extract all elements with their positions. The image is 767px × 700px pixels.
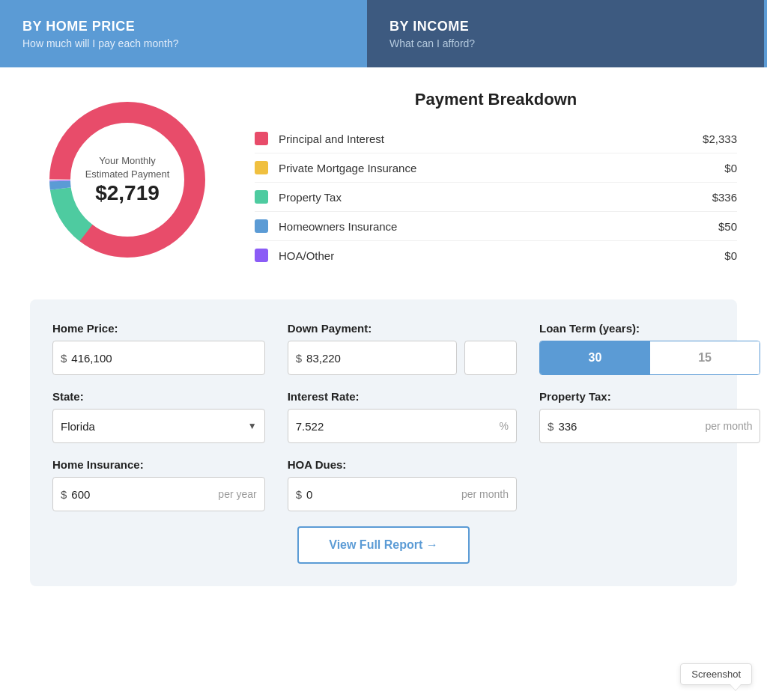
breakdown-value-principal: $2,333 bbox=[703, 133, 737, 145]
home-insurance-input-wrapper: $ per year bbox=[52, 477, 265, 511]
down-payment-group: Down Payment: $ % bbox=[288, 322, 517, 375]
form-section: Home Price: $ Down Payment: $ % bbox=[30, 299, 737, 586]
form-grid: Home Price: $ Down Payment: $ % bbox=[52, 322, 715, 511]
hoa-dues-label: HOA Dues: bbox=[288, 458, 517, 471]
interest-rate-suffix: % bbox=[500, 420, 509, 432]
home-price-group: Home Price: $ bbox=[52, 322, 265, 375]
loan-term-group: Loan Term (years): 30 15 bbox=[539, 322, 760, 375]
down-payment-input-wrapper: $ bbox=[288, 341, 457, 375]
breakdown-name-principal: Principal and Interest bbox=[279, 133, 703, 145]
hoa-dues-input[interactable] bbox=[306, 488, 457, 501]
breakdown-row-insurance: Homeowners Insurance $50 bbox=[255, 212, 737, 241]
hoa-dues-group: HOA Dues: $ per month bbox=[288, 458, 517, 511]
breakdown-section: Your Monthly Estimated Payment $2,719 Pa… bbox=[30, 90, 737, 270]
interest-rate-group: Interest Rate: % bbox=[288, 390, 517, 443]
legend-dot-principal bbox=[255, 132, 268, 145]
breakdown-row-hoa: HOA/Other $0 bbox=[255, 241, 737, 270]
interest-rate-input-wrapper: % bbox=[288, 409, 517, 443]
donut-center: Your Monthly Estimated Payment $2,719 bbox=[85, 154, 170, 205]
state-group: State: Florida California Texas New York… bbox=[52, 390, 265, 443]
home-insurance-label: Home Insurance: bbox=[52, 458, 265, 471]
loan-term-15-button[interactable]: 15 bbox=[650, 341, 760, 374]
property-tax-group: Property Tax: $ per month bbox=[539, 390, 760, 443]
loan-term-label: Loan Term (years): bbox=[539, 322, 760, 335]
property-tax-suffix: per month bbox=[705, 420, 752, 432]
interest-rate-label: Interest Rate: bbox=[288, 390, 517, 403]
state-select-wrapper: Florida California Texas New York ▼ bbox=[52, 409, 265, 443]
breakdown-details: Payment Breakdown Principal and Interest… bbox=[255, 90, 737, 270]
property-tax-label: Property Tax: bbox=[539, 390, 760, 403]
breakdown-value-tax: $336 bbox=[712, 191, 737, 204]
state-label: State: bbox=[52, 390, 265, 403]
donut-chart-container: Your Monthly Estimated Payment $2,719 bbox=[30, 90, 225, 270]
property-tax-input[interactable] bbox=[558, 420, 700, 433]
down-payment-pct-wrapper: % bbox=[464, 341, 517, 375]
home-insurance-group: Home Insurance: $ per year bbox=[52, 458, 265, 511]
legend-dot-hoa bbox=[255, 249, 268, 262]
hoa-dues-suffix: per month bbox=[461, 488, 509, 500]
down-payment-input[interactable] bbox=[306, 352, 449, 365]
hoa-dues-input-wrapper: $ per month bbox=[288, 477, 517, 511]
loan-term-30-button[interactable]: 30 bbox=[540, 341, 650, 374]
state-select-arrow: ▼ bbox=[248, 421, 257, 431]
home-price-label: Home Price: bbox=[52, 322, 265, 335]
breakdown-name-insurance: Homeowners Insurance bbox=[279, 220, 718, 233]
tab-by-income[interactable]: BY INCOME What can I afford? bbox=[367, 0, 767, 67]
breakdown-title: Payment Breakdown bbox=[255, 90, 737, 109]
breakdown-value-hoa: $0 bbox=[724, 249, 737, 262]
state-select[interactable]: Florida California Texas New York bbox=[61, 420, 248, 433]
home-price-input-wrapper: $ bbox=[52, 341, 265, 375]
legend-dot-insurance bbox=[255, 219, 268, 233]
tab-by-income-subtitle: What can I afford? bbox=[389, 37, 742, 49]
breakdown-name-hoa: HOA/Other bbox=[279, 249, 724, 262]
home-insurance-input[interactable] bbox=[71, 488, 213, 501]
screenshot-badge[interactable]: Screenshot bbox=[680, 663, 752, 685]
home-insurance-prefix: $ bbox=[61, 488, 67, 501]
legend-dot-tax bbox=[255, 190, 268, 204]
header-tabs: BY HOME PRICE How much will I pay each m… bbox=[0, 0, 767, 67]
breakdown-row-pmi: Private Mortgage Insurance $0 bbox=[255, 153, 737, 183]
tab-by-home-price[interactable]: BY HOME PRICE How much will I pay each m… bbox=[0, 0, 367, 67]
breakdown-row-principal: Principal and Interest $2,333 bbox=[255, 124, 737, 153]
tab-by-home-title: BY HOME PRICE bbox=[22, 19, 345, 34]
hoa-dues-prefix: $ bbox=[296, 488, 302, 501]
breakdown-name-pmi: Private Mortgage Insurance bbox=[279, 162, 724, 174]
property-tax-prefix: $ bbox=[548, 420, 554, 433]
donut-amount: $2,719 bbox=[85, 181, 170, 205]
breakdown-row-tax: Property Tax $336 bbox=[255, 183, 737, 212]
interest-rate-input[interactable] bbox=[296, 420, 495, 433]
view-full-report-button[interactable]: View Full Report → bbox=[297, 526, 470, 564]
home-price-prefix: $ bbox=[61, 352, 67, 365]
down-payment-prefix: $ bbox=[296, 352, 302, 365]
property-tax-input-wrapper: $ per month bbox=[539, 409, 760, 443]
view-report-container: View Full Report → bbox=[52, 526, 715, 564]
legend-dot-pmi bbox=[255, 161, 268, 174]
donut-label: Your Monthly Estimated Payment bbox=[85, 154, 170, 181]
home-insurance-suffix: per year bbox=[218, 488, 256, 500]
home-price-input[interactable] bbox=[71, 352, 256, 365]
breakdown-value-insurance: $50 bbox=[718, 220, 737, 233]
main-content: Your Monthly Estimated Payment $2,719 Pa… bbox=[0, 67, 767, 609]
loan-term-toggle: 30 15 bbox=[539, 341, 760, 375]
tab-by-income-title: BY INCOME bbox=[389, 19, 742, 34]
down-payment-inputs: $ % bbox=[288, 341, 517, 375]
down-payment-label: Down Payment: bbox=[288, 322, 517, 335]
breakdown-name-tax: Property Tax bbox=[279, 191, 712, 204]
breakdown-value-pmi: $0 bbox=[724, 162, 737, 174]
tab-by-home-subtitle: How much will I pay each month? bbox=[22, 37, 345, 49]
